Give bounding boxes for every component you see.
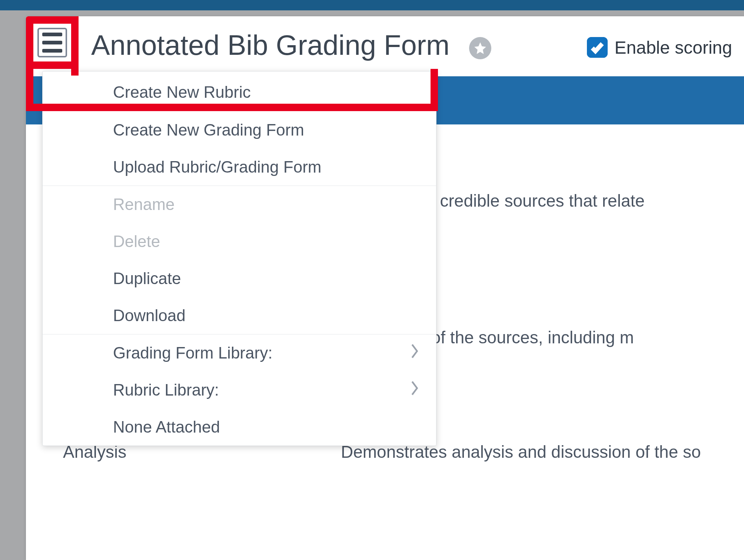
panel-header: Annotated Bib Grading Form Enable scorin… <box>26 16 744 70</box>
menu-item-label: Duplicate <box>113 269 181 288</box>
star-icon <box>473 41 487 55</box>
menu-item-create-new-rubric[interactable]: Create New Rubric <box>43 71 436 111</box>
favorite-star-button[interactable] <box>469 37 491 59</box>
checkmark-icon <box>590 40 605 55</box>
menu-item-label: Rubric Library: <box>113 381 219 399</box>
menu-item-label: Grading Form Library: <box>113 344 272 362</box>
menu-item-label: Create New Grading Form <box>113 121 304 139</box>
menu-item-label: Create New Rubric <box>113 83 251 101</box>
menu-item-delete[interactable]: Delete <box>43 223 436 260</box>
menu-item-label: Rename <box>113 195 175 214</box>
menu-button-highlight <box>26 16 79 69</box>
menu-item-none-attached[interactable]: None Attached <box>43 409 436 446</box>
menu-item-download[interactable]: Download <box>43 297 436 334</box>
menu-item-duplicate[interactable]: Duplicate <box>43 260 436 297</box>
chevron-right-icon <box>409 343 420 363</box>
menu-item-label: Upload Rubric/Grading Form <box>113 158 321 176</box>
page-title: Annotated Bib Grading Form <box>91 29 449 61</box>
menu-item-label: None Attached <box>113 418 220 436</box>
enable-scoring-checkbox[interactable] <box>587 37 608 58</box>
menu-item-label: Download <box>113 306 186 325</box>
chevron-right-icon <box>409 380 420 400</box>
menu-item-label: Delete <box>113 232 160 251</box>
hamburger-menu-button[interactable] <box>37 28 67 57</box>
menu-item-grading-form-library[interactable]: Grading Form Library: <box>43 334 436 371</box>
menu-item-rubric-library[interactable]: Rubric Library: <box>43 371 436 409</box>
menu-item-create-new-grading-form[interactable]: Create New Grading Form <box>43 111 436 149</box>
menu-item-upload-rubric-grading-form[interactable]: Upload Rubric/Grading Form <box>43 149 436 186</box>
enable-scoring-label: Enable scoring <box>614 37 732 58</box>
hamburger-dropdown-menu: Create New Rubric Create New Grading For… <box>42 71 436 446</box>
app-top-strip <box>0 0 744 10</box>
enable-scoring-toggle[interactable]: Enable scoring <box>587 37 732 58</box>
grading-form-panel: Annotated Bib Grading Form Enable scorin… <box>26 16 744 560</box>
menu-item-rename[interactable]: Rename <box>43 186 436 223</box>
